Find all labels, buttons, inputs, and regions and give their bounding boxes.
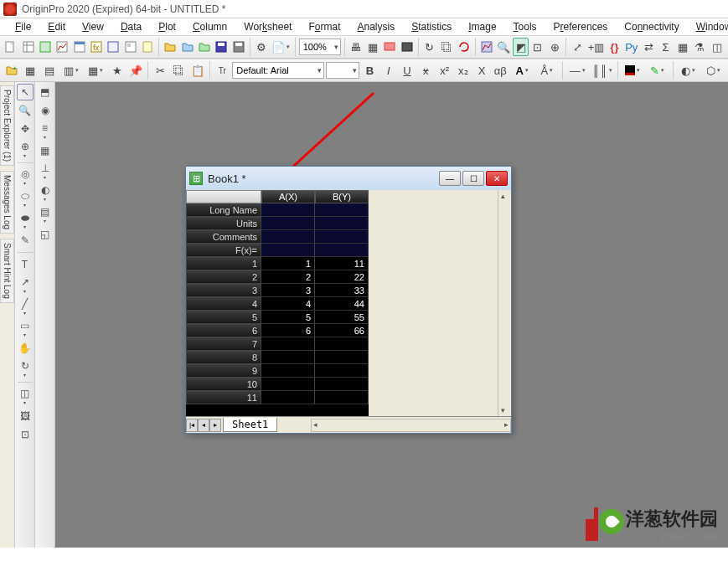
strikethrough-button[interactable]: x	[417, 61, 434, 80]
copy-button[interactable]: ⿻	[171, 61, 188, 80]
fit-button[interactable]: ⊡	[530, 38, 545, 56]
cell[interactable]: 1	[261, 257, 315, 270]
rescale-tool[interactable]: ⊡	[17, 426, 34, 443]
pointer-tool[interactable]: ↖	[17, 84, 34, 100]
new-wb-2-button[interactable]: ▦	[22, 61, 39, 80]
print-button[interactable]: 🖶	[349, 38, 364, 56]
cell[interactable]	[315, 378, 369, 391]
line-color-button[interactable]: ✎	[646, 61, 669, 80]
cell[interactable]	[315, 203, 369, 217]
line-style-button[interactable]: —	[566, 61, 590, 80]
cell[interactable]: 22	[315, 270, 369, 284]
font-name-combo[interactable]: Default: Arial	[232, 62, 324, 79]
sheet-nav-first[interactable]: |◂	[186, 419, 198, 432]
zoom-tool[interactable]: 🔍	[17, 102, 34, 119]
transfer-button[interactable]: ⇄	[641, 38, 656, 56]
marker-button[interactable]: ⬡	[701, 61, 725, 80]
rotate-tool[interactable]: ↻	[17, 358, 34, 378]
recalculate-button[interactable]	[457, 38, 472, 56]
new-workbook-button[interactable]	[20, 38, 35, 56]
add-column-button[interactable]: +▥	[587, 38, 606, 56]
row-header[interactable]: 1	[186, 257, 261, 270]
cell[interactable]	[261, 364, 315, 378]
menu-worksheet[interactable]: Worksheet	[237, 19, 298, 34]
menu-tools[interactable]: Tools	[507, 19, 544, 34]
find-button[interactable]: 🔍	[496, 38, 511, 56]
minimize-button[interactable]: —	[439, 171, 461, 186]
horizontal-scrollbar[interactable]	[311, 419, 511, 432]
worksheet[interactable]: A(X) B(Y) Long Name Units Comments F(x)=…	[186, 190, 511, 416]
long-name-label[interactable]: Long Name	[186, 203, 261, 217]
cell[interactable]	[315, 364, 369, 378]
lighting-button[interactable]: ◐	[37, 183, 54, 203]
new-matrix-button[interactable]	[71, 38, 86, 56]
line-tool[interactable]: ╱	[17, 296, 34, 316]
cell[interactable]	[261, 391, 315, 404]
arrow-tool[interactable]: ↗	[17, 275, 34, 295]
new-2d-function-button[interactable]	[106, 38, 121, 56]
underline-button[interactable]: U	[399, 61, 416, 80]
rescale-button[interactable]: ⤢	[570, 38, 585, 56]
mesh-button[interactable]: ▤	[37, 204, 54, 224]
refresh-button[interactable]: ↻	[422, 38, 437, 56]
vertical-scrollbar[interactable]	[498, 190, 511, 416]
bold-button[interactable]: B	[361, 61, 378, 80]
python-button[interactable]: Py	[624, 38, 639, 56]
row-header[interactable]: 3	[186, 284, 261, 297]
font-label-button[interactable]: Tr	[214, 61, 230, 80]
row-header[interactable]: 9	[186, 364, 261, 378]
cell[interactable]	[261, 244, 315, 257]
anti-alias-button[interactable]: ⬒	[37, 84, 54, 100]
cell[interactable]	[261, 203, 315, 217]
menu-view[interactable]: View	[75, 19, 111, 34]
cell[interactable]	[315, 337, 369, 351]
cell[interactable]	[315, 217, 369, 230]
fx-label[interactable]: F(x)=	[186, 244, 261, 257]
screen-reader-tool[interactable]: ✥	[17, 121, 34, 137]
new-excel-button[interactable]	[38, 38, 53, 56]
supsub-button[interactable]: X	[473, 61, 490, 80]
cell[interactable]	[315, 230, 369, 244]
data-selector-tool[interactable]: ◎	[17, 167, 34, 187]
sheet-nav-prev[interactable]: ◂	[198, 419, 209, 432]
new-graph-button[interactable]	[54, 38, 70, 56]
row-header[interactable]: 6	[186, 324, 261, 337]
row-header[interactable]: 10	[186, 378, 261, 391]
save-template-button[interactable]	[230, 38, 245, 56]
cell[interactable]: 4	[261, 297, 315, 311]
pattern-button[interactable]: ◐	[677, 61, 700, 80]
row-header[interactable]: 4	[186, 297, 261, 311]
mask-tool[interactable]: ⬭	[17, 188, 34, 208]
row-header[interactable]: 5	[186, 311, 261, 324]
menu-column[interactable]: Column	[186, 19, 234, 34]
open-template-button[interactable]	[179, 38, 194, 56]
menu-analysis[interactable]: Analysis	[350, 19, 401, 34]
cell[interactable]	[261, 230, 315, 244]
speed-mode-button[interactable]: ◉	[37, 102, 54, 119]
greek-button[interactable]: αβ	[492, 61, 509, 80]
menu-plot[interactable]: Plot	[152, 19, 183, 34]
units-label[interactable]: Units	[186, 217, 261, 230]
save-button[interactable]	[214, 38, 229, 56]
pin-button[interactable]: 📌	[127, 61, 144, 80]
sheet-tab[interactable]: Sheet1	[223, 418, 277, 432]
favorites-button[interactable]: ★	[109, 61, 126, 80]
row-header[interactable]: 2	[186, 270, 261, 284]
digitizer-button[interactable]	[479, 38, 494, 56]
row-header[interactable]: 11	[186, 391, 261, 404]
angstrom-button[interactable]: Å	[535, 61, 559, 80]
new-layout-button[interactable]	[123, 38, 138, 56]
import-wizard-button[interactable]: ⚙	[254, 38, 269, 56]
column-b-header[interactable]: B(Y)	[315, 190, 369, 203]
data-reader-tool[interactable]: ⊕	[17, 139, 34, 159]
menu-image[interactable]: Image	[462, 19, 503, 34]
open-excel-button[interactable]	[197, 38, 212, 56]
cut-button[interactable]: ✂	[152, 61, 168, 80]
menu-statistics[interactable]: Statistics	[405, 19, 458, 34]
batch-button[interactable]: ▦	[365, 38, 380, 56]
maximize-button[interactable]: ☐	[462, 171, 484, 186]
superscript-button[interactable]: x²	[436, 61, 452, 80]
mask-show-button[interactable]: ≡	[37, 121, 54, 141]
cell[interactable]: 33	[315, 284, 369, 297]
select-all-corner[interactable]	[186, 190, 261, 203]
